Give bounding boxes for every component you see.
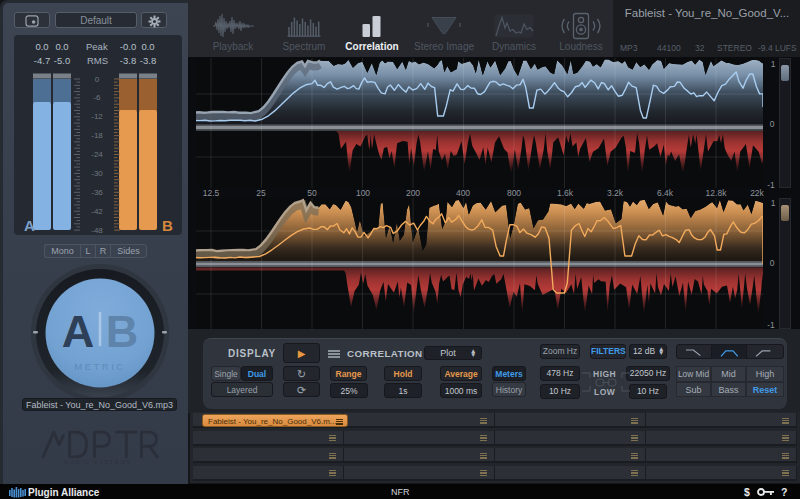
svg-text:-12: -12: [91, 112, 103, 121]
svg-text:-6: -6: [93, 93, 101, 102]
svg-text:METRIC: METRIC: [74, 361, 125, 372]
svg-text:-18: -18: [91, 131, 103, 140]
svg-text:-36: -36: [91, 188, 103, 197]
svg-text:B: B: [162, 217, 173, 234]
svg-text:-48: -48: [91, 226, 103, 235]
svg-text:B: B: [106, 306, 139, 357]
svg-text:A: A: [62, 306, 95, 357]
svg-text:0: 0: [95, 75, 100, 84]
svg-text:-30: -30: [91, 169, 103, 178]
svg-text:AUDIO SYSTEMS: AUDIO SYSTEMS: [64, 458, 132, 465]
svg-text:A: A: [24, 217, 35, 234]
svg-text:-24: -24: [91, 150, 103, 159]
svg-text:-42: -42: [91, 207, 103, 216]
